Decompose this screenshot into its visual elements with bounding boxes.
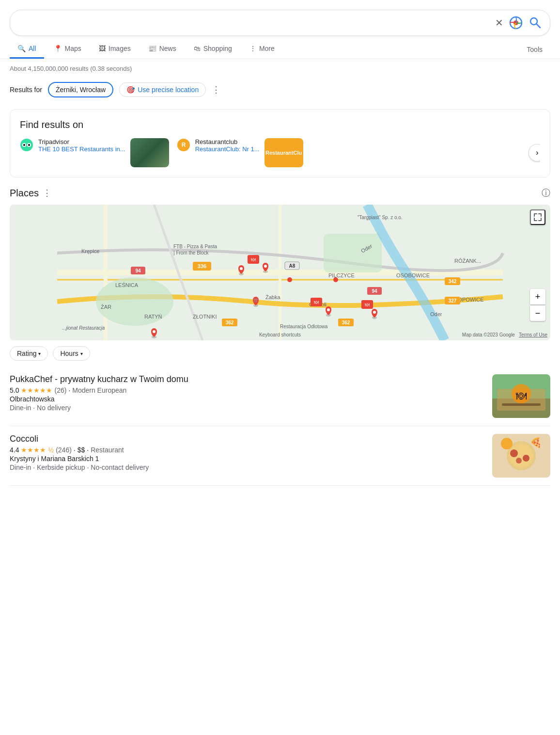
restaurantclub-text: Restaurantclub RestaurantClub: Nr 1...	[195, 138, 260, 153]
location-chip[interactable]: Żerniki, Wrocław	[48, 82, 113, 97]
tab-shopping[interactable]: 🛍 Shopping	[186, 40, 240, 59]
svg-text:327: 327	[449, 298, 457, 304]
svg-text:🛒: 🛒	[253, 297, 259, 303]
tab-maps-label: Maps	[65, 45, 81, 52]
half-star-coccoli: ½	[48, 446, 54, 454]
results-for-label: Results for	[10, 86, 42, 94]
find-results-items: Tripadvisor THE 10 BEST Restaurants in..…	[20, 138, 540, 167]
more-dots-icon: ⋮	[249, 45, 256, 52]
search-bar: restaurant ✕	[10, 10, 550, 36]
search-bar-container: restaurant ✕	[0, 0, 560, 36]
hours-filter-arrow: ▾	[80, 351, 83, 356]
tab-shopping-label: Shopping	[203, 45, 232, 52]
zoom-in-button[interactable]: +	[530, 289, 545, 304]
separator-coccoli-2: ·	[87, 446, 89, 454]
restaurant-name-coccoli[interactable]: Coccoli	[10, 434, 484, 444]
hours-filter[interactable]: Hours ▾	[53, 346, 90, 361]
tripadvisor-link[interactable]: THE 10 BEST Restaurants in...	[38, 145, 125, 153]
find-result-tripadvisor: Tripadvisor THE 10 BEST Restaurants in..…	[20, 138, 169, 167]
svg-text:94: 94	[135, 268, 141, 273]
svg-point-82	[523, 455, 529, 462]
use-precise-location-button[interactable]: 🎯 Use precise location	[119, 82, 206, 97]
shopping-icon: 🛍	[194, 45, 201, 52]
stars-pukka: ★★★★★	[21, 386, 52, 394]
restaurant-name-pukka[interactable]: PukkaChef - prywatny kucharz w Twoim dom…	[10, 374, 484, 384]
review-count-coccoli: (246)	[56, 446, 72, 454]
svg-text:LEŚNICA: LEŚNICA	[115, 282, 139, 288]
svg-point-8	[28, 144, 30, 146]
svg-text:🍕: 🍕	[530, 437, 542, 448]
svg-text:OSOBOWICE: OSOBOWICE	[396, 272, 430, 278]
svg-text:🍽: 🍽	[314, 300, 319, 305]
carousel-next-button[interactable]: ›	[529, 144, 540, 161]
map-expand-button[interactable]	[530, 209, 545, 225]
nav-tabs: 🔍 All 📍 Maps 🖼 Images 📰 News 🛍 Shopping …	[0, 36, 560, 59]
restaurant-image-pukka[interactable]: 🍽	[492, 374, 550, 418]
search-icons: ✕	[495, 16, 542, 30]
find-results-title: Find results on	[20, 119, 540, 130]
precise-location-icon: 🎯	[126, 86, 135, 94]
svg-point-70	[287, 277, 292, 282]
svg-text:RATYŃ: RATYŃ	[144, 314, 162, 320]
restaurantclub-source: Restaurantclub	[195, 138, 260, 145]
clear-button[interactable]: ✕	[495, 17, 503, 29]
stars-coccoli: ★★★★	[21, 446, 46, 454]
find-result-restaurantclub: R Restaurantclub RestaurantClub: Nr 1...…	[177, 138, 322, 167]
restaurant-type-coccoli: Restaurant	[91, 446, 124, 454]
tab-more[interactable]: ⋮ More	[242, 40, 282, 59]
restaurant-image-coccoli[interactable]: 🍕	[492, 434, 550, 478]
tab-news-label: News	[159, 45, 176, 52]
places-info-button[interactable]: ⓘ	[542, 187, 550, 199]
filter-chips: Rating ▾ Hours ▾	[10, 340, 550, 367]
restaurant-result-pukka: PukkaChef - prywatny kucharz w Twoim dom…	[10, 367, 550, 426]
rating-filter[interactable]: Rating ▾	[10, 346, 48, 361]
svg-line-3	[537, 24, 541, 28]
location-name: Żerniki, Wrocław	[56, 86, 106, 94]
restaurant-address-coccoli: Krystyny i Mariana Barskich 1	[10, 455, 484, 463]
restaurantclub-link[interactable]: RestaurantClub: Nr 1...	[195, 145, 260, 153]
location-options-button[interactable]: ⋮	[212, 84, 220, 95]
separator-pukka: ·	[68, 386, 70, 394]
location-filter: Results for Żerniki, Wrocław 🎯 Use preci…	[0, 78, 560, 101]
rating-value-coccoli: 4.4	[10, 446, 19, 454]
tab-images[interactable]: 🖼 Images	[91, 40, 139, 59]
review-count-pukka: (26)	[54, 386, 66, 394]
precise-location-label: Use precise location	[138, 86, 199, 94]
map-container[interactable]: 336 94 A8 Krępice LEŚNICA ŻAR RATYŃ ZŁOT…	[10, 205, 550, 340]
restaurant-rating-row-pukka: 5.0 ★★★★★ (26) · Modern European	[10, 386, 484, 394]
svg-text:| From the Block: | From the Block	[173, 250, 209, 256]
tab-maps[interactable]: 📍 Maps	[46, 40, 89, 59]
restaurant-services-pukka: Dine-in · No delivery	[10, 404, 484, 412]
tab-news[interactable]: 📰 News	[140, 40, 184, 59]
tab-all[interactable]: 🔍 All	[10, 40, 44, 59]
svg-point-71	[333, 277, 338, 282]
restaurant-info-coccoli: Coccoli 4.4 ★★★★½ (246) · $$ · Restauran…	[10, 434, 484, 471]
tripadvisor-source: Tripadvisor	[38, 138, 125, 145]
location-icon: 📍	[54, 45, 62, 52]
svg-text:ŻAR: ŻAR	[101, 304, 111, 310]
map-shortcuts: Keyboard shortcuts	[259, 332, 301, 337]
zoom-out-button[interactable]: −	[530, 305, 545, 321]
google-lens-button[interactable]	[509, 16, 523, 30]
places-header: Places ⋮ ⓘ	[10, 187, 550, 199]
places-more-button[interactable]: ⋮	[43, 188, 51, 198]
svg-text:R: R	[181, 142, 186, 148]
svg-text:...jionat Restauracja: ...jionat Restauracja	[62, 325, 105, 331]
restaurantclub-logo: R	[177, 138, 190, 152]
tab-images-label: Images	[109, 45, 131, 52]
results-info: About 4,150,000,000 results (0.38 second…	[0, 59, 560, 78]
hours-filter-label: Hours	[60, 350, 78, 357]
svg-text:ZŁOTNIKI: ZŁOTNIKI	[193, 314, 217, 320]
restaurant-rating-row-coccoli: 4.4 ★★★★½ (246) · $$ · Restaurant	[10, 446, 484, 454]
restaurant-type-pukka: Modern European	[72, 386, 126, 394]
search-input[interactable]: restaurant	[18, 18, 495, 28]
restaurantclub-image: RestaurantClu	[264, 138, 303, 167]
search-submit-button[interactable]	[529, 16, 542, 30]
svg-text:PILCZYCE: PILCZYCE	[328, 272, 355, 278]
nav-tools: Tools	[519, 41, 550, 58]
tools-button[interactable]: Tools	[519, 41, 550, 58]
svg-rect-17	[324, 234, 382, 272]
svg-text:336: 336	[198, 263, 206, 269]
news-icon: 📰	[148, 45, 156, 52]
price-coccoli: $$	[78, 446, 85, 454]
